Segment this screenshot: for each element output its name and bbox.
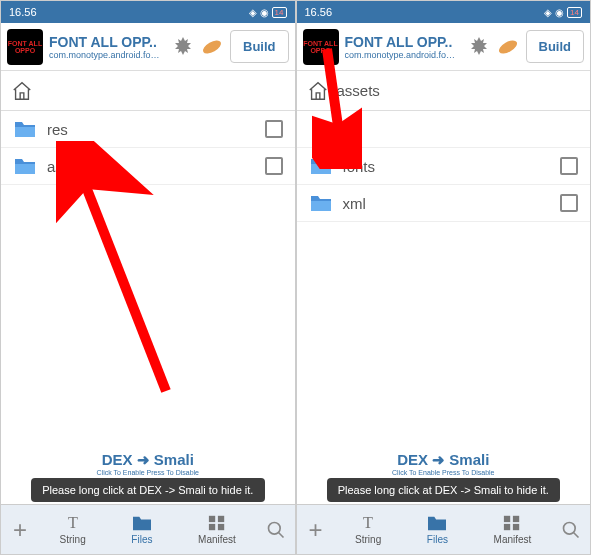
folder-icon [309, 156, 333, 176]
pill-icon[interactable] [496, 35, 520, 59]
search-icon [266, 520, 286, 540]
text-icon: T [62, 514, 84, 532]
toolbar: FONT ALL OPPO FONT ALL OPP.. com.monotyp… [1, 23, 295, 71]
pill-icon[interactable] [200, 35, 224, 59]
breadcrumb[interactable] [1, 71, 295, 111]
folder-icon [131, 514, 153, 532]
file-list: res assets [1, 111, 295, 449]
svg-rect-3 [218, 516, 224, 522]
hand-icon[interactable] [170, 35, 194, 59]
up-arrow-icon [309, 119, 329, 139]
search-button[interactable] [556, 515, 586, 545]
checkbox[interactable] [265, 120, 283, 138]
add-button[interactable]: + [5, 515, 35, 545]
build-button[interactable]: Build [526, 30, 585, 63]
svg-text:T: T [68, 514, 78, 532]
breadcrumb-label: assets [337, 82, 380, 99]
dex-banner[interactable]: DEX ➜ Smali Click To Enable Press To Dis… [1, 449, 295, 478]
title-block: FONT ALL OPP.. com.monotype.android.font… [345, 34, 460, 60]
status-bar: 16.56 ◈ ◉ 14 [1, 1, 295, 23]
home-icon[interactable] [307, 80, 329, 102]
svg-rect-12 [513, 516, 519, 522]
svg-point-0 [201, 37, 223, 56]
list-item[interactable]: assets [1, 148, 295, 185]
nav-manifest[interactable]: Manifest [494, 514, 532, 545]
svg-point-6 [268, 523, 280, 535]
svg-rect-5 [218, 524, 224, 530]
search-icon [561, 520, 581, 540]
app-icon[interactable]: FONT ALL OPPO [303, 29, 339, 65]
list-item[interactable]: fonts [297, 148, 591, 185]
file-list: fonts xml [297, 111, 591, 449]
add-button[interactable]: + [301, 515, 331, 545]
app-title: FONT ALL OPP.. [49, 34, 164, 50]
grid-icon [501, 514, 523, 532]
hand-icon[interactable] [466, 35, 490, 59]
checkbox[interactable] [265, 157, 283, 175]
nav-string[interactable]: T String [60, 514, 86, 545]
search-button[interactable] [261, 515, 291, 545]
svg-rect-11 [504, 516, 510, 522]
right-screen: 16.56 ◈ ◉ 14 FONT ALL OPPO FONT ALL OPP.… [296, 0, 592, 555]
nav-files[interactable]: Files [131, 514, 153, 545]
grid-icon [206, 514, 228, 532]
svg-point-15 [564, 523, 576, 535]
item-label: assets [47, 158, 255, 175]
item-label: res [47, 121, 255, 138]
breadcrumb[interactable]: assets [297, 71, 591, 111]
svg-rect-2 [209, 516, 215, 522]
bottom-bar: + T String Files Manifest [1, 504, 295, 554]
nav-files[interactable]: Files [426, 514, 448, 545]
folder-icon [309, 193, 333, 213]
list-item[interactable]: res [1, 111, 295, 148]
status-time: 16.56 [9, 6, 249, 18]
folder-icon [13, 119, 37, 139]
up-item[interactable] [297, 111, 591, 148]
svg-rect-14 [513, 524, 519, 530]
status-icons: ◈ ◉ 14 [544, 7, 582, 18]
app-icon[interactable]: FONT ALL OPPO [7, 29, 43, 65]
home-icon[interactable] [11, 80, 33, 102]
item-label: fonts [343, 158, 551, 175]
title-block: FONT ALL OPP.. com.monotype.android.font… [49, 34, 164, 60]
list-item[interactable]: xml [297, 185, 591, 222]
svg-text:T: T [363, 514, 373, 532]
svg-line-7 [278, 533, 283, 538]
folder-icon [13, 156, 37, 176]
item-label: xml [343, 195, 551, 212]
svg-rect-13 [504, 524, 510, 530]
checkbox[interactable] [560, 157, 578, 175]
nav-string[interactable]: T String [355, 514, 381, 545]
toast: Please long click at DEX -> Smali to hid… [31, 478, 265, 502]
checkbox[interactable] [560, 194, 578, 212]
nav-manifest[interactable]: Manifest [198, 514, 236, 545]
toolbar: FONT ALL OPPO FONT ALL OPP.. com.monotyp… [297, 23, 591, 71]
status-time: 16.56 [305, 6, 545, 18]
app-subtitle: com.monotype.android.font... [345, 50, 460, 60]
dex-banner[interactable]: DEX ➜ Smali Click To Enable Press To Dis… [297, 449, 591, 478]
svg-line-16 [574, 533, 579, 538]
svg-point-9 [496, 37, 518, 56]
svg-rect-4 [209, 524, 215, 530]
text-icon: T [357, 514, 379, 532]
app-subtitle: com.monotype.android.font... [49, 50, 164, 60]
folder-icon [426, 514, 448, 532]
bottom-bar: + T String Files Manifest [297, 504, 591, 554]
status-icons: ◈ ◉ 14 [249, 7, 287, 18]
left-screen: 16.56 ◈ ◉ 14 FONT ALL OPPO FONT ALL OPP.… [0, 0, 296, 555]
build-button[interactable]: Build [230, 30, 289, 63]
toast: Please long click at DEX -> Smali to hid… [327, 478, 561, 502]
status-bar: 16.56 ◈ ◉ 14 [297, 1, 591, 23]
app-title: FONT ALL OPP.. [345, 34, 460, 50]
